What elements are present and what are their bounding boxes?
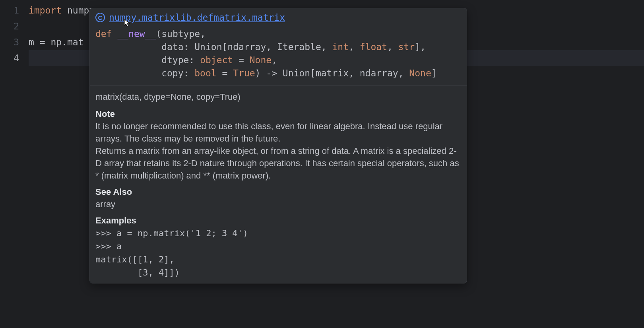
note-body: It is no longer recommended to use this … [95,120,461,182]
line-number-gutter: 1 2 3 4 [0,0,29,328]
example-line: >>> a = np.matrix('1 2; 3 4') [95,227,461,240]
example-line: >>> a [95,240,461,253]
line-number: 4 [0,50,19,66]
line-number: 3 [0,34,19,50]
seealso-heading: See Also [95,186,461,198]
qualified-name-link[interactable]: numpy.matrixlib.defmatrix.matrix [109,12,285,23]
doc-summary: matrix(data, dtype=None, copy=True) [95,91,461,103]
seealso-body: array [95,198,461,210]
signature-block: def __new__(subtype, data: Union[ndarray… [90,24,467,85]
line-number: 2 [0,18,19,34]
class-icon: C [95,13,105,22]
examples-heading: Examples [95,214,461,227]
example-line: matrix([[1, 2], [95,253,461,266]
doc-body: matrix(data, dtype=None, copy=True) Note… [90,85,467,283]
documentation-popup: C numpy.matrixlib.defmatrix.matrix def _… [89,8,467,283]
popup-header: C numpy.matrixlib.defmatrix.matrix [90,8,467,24]
example-line: [3, 4]]) [95,266,461,279]
note-heading: Note [95,108,461,120]
line-number: 1 [0,2,19,18]
